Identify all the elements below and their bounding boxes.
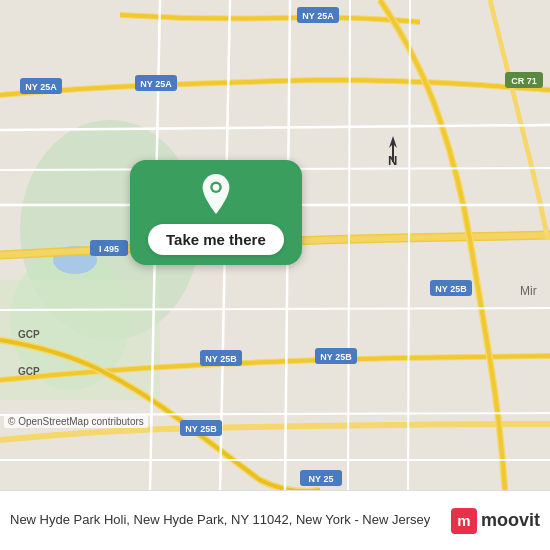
svg-text:NY 25A: NY 25A	[25, 82, 57, 92]
svg-text:GCP: GCP	[18, 366, 40, 377]
svg-text:GCP: GCP	[18, 329, 40, 340]
location-text: New Hyde Park Holi, New Hyde Park, NY 11…	[10, 511, 443, 529]
svg-point-43	[213, 184, 220, 191]
svg-text:NY 25B: NY 25B	[205, 354, 237, 364]
svg-text:NY 25B: NY 25B	[320, 352, 352, 362]
moovit-wordmark: moovit	[481, 510, 540, 531]
svg-text:NY 25A: NY 25A	[140, 79, 172, 89]
bottom-bar: New Hyde Park Holi, New Hyde Park, NY 11…	[0, 490, 550, 550]
location-pin-icon	[196, 172, 236, 216]
moovit-logo: m moovit	[451, 508, 540, 534]
svg-text:NY 25B: NY 25B	[435, 284, 467, 294]
svg-text:NY 25B: NY 25B	[185, 424, 217, 434]
map-pin-card: Take me there	[130, 160, 302, 265]
map-container: NY 25A NY 25A NY 25A I 495 NY 25B NY 25B…	[0, 0, 550, 490]
svg-text:CR 71: CR 71	[511, 76, 537, 86]
take-me-there-button[interactable]: Take me there	[148, 224, 284, 255]
svg-text:NY 25: NY 25	[309, 474, 334, 484]
svg-text:NY 25A: NY 25A	[302, 11, 334, 21]
osm-credit: © OpenStreetMap contributors	[4, 415, 148, 428]
svg-rect-3	[0, 280, 160, 400]
svg-text:I 495: I 495	[99, 244, 119, 254]
take-me-there-wrapper: Take me there	[130, 160, 302, 265]
svg-text:Mir: Mir	[520, 284, 537, 298]
moovit-m-icon: m	[451, 508, 477, 534]
